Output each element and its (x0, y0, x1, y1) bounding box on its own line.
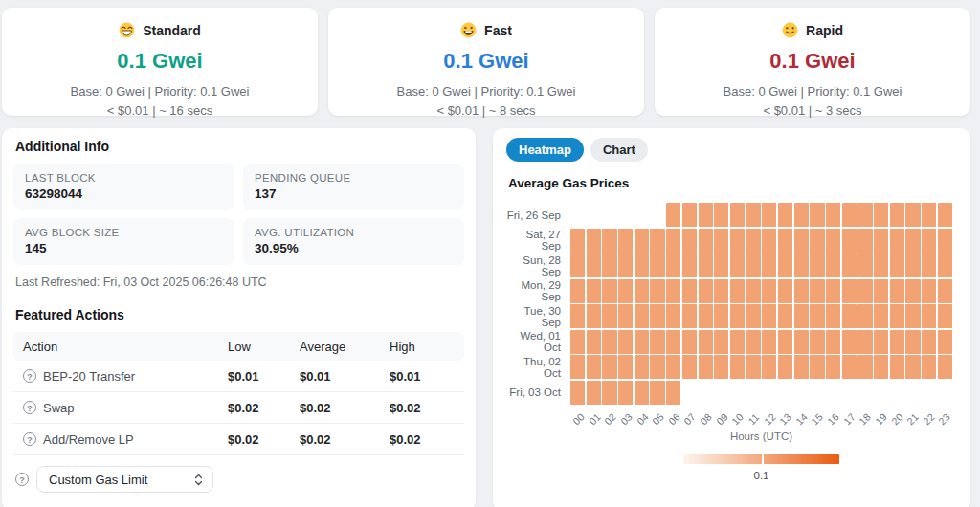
heatmap-cell (602, 279, 616, 303)
heatmap-cell (699, 304, 713, 328)
gas-card-title: Fast (484, 23, 512, 38)
heatmap-cell (826, 279, 840, 303)
heatmap-cell (905, 330, 920, 354)
help-icon[interactable]: ? (23, 369, 36, 383)
heatmap-row: Fri, 03 Oct (506, 381, 957, 405)
heatmap-cell (666, 304, 680, 328)
heatmap-cell (905, 254, 920, 277)
average-value: $0.02 (300, 401, 390, 415)
tab-chart[interactable]: Chart (590, 138, 648, 162)
featured-actions-heading: Featured Actions (15, 307, 464, 322)
custom-gas-limit-row: ? Custom Gas Limit (15, 466, 464, 493)
heatmap-row: Wed, 01 Oct (506, 330, 957, 354)
heatmap-cell (618, 304, 633, 328)
heatmap-cell (922, 229, 936, 253)
heatmap-cell (794, 254, 809, 277)
gas-price-heatmap: Fri, 26 SepSat, 27 SepSun, 28 SepMon, 29… (506, 203, 957, 405)
heatmap-cell (905, 381, 920, 405)
heatmap-cell (794, 304, 809, 328)
heatmap-cell (699, 330, 713, 354)
heatmap-cell (858, 355, 872, 379)
heatmap-cell (618, 330, 633, 354)
view-tabs: Heatmap Chart (506, 138, 957, 162)
info-box: AVG. UTILIZATION30.95% (243, 218, 464, 265)
heatmap-cells (570, 304, 952, 328)
featured-action-row: ?Swap$0.02$0.02$0.02 (13, 392, 464, 424)
heatmap-cell (699, 229, 713, 253)
column-header-low: Low (228, 340, 300, 354)
additional-info-heading: Additional Info (15, 139, 464, 154)
heatmap-cell (762, 304, 776, 328)
heatmap-cell (618, 229, 633, 253)
tab-heatmap[interactable]: Heatmap (506, 138, 584, 162)
heatmap-cell (730, 355, 745, 379)
heatmap-cell (938, 254, 952, 277)
help-icon[interactable]: ? (23, 432, 36, 446)
gas-heatmap-panel: Heatmap Chart Average Gas Prices Fri, 26… (493, 128, 970, 507)
heatmap-cell (874, 381, 888, 405)
heatmap-cell (746, 254, 761, 277)
heatmap-cell (858, 279, 872, 303)
heatmap-cell (858, 330, 872, 354)
heatmap-cell (874, 203, 888, 227)
heatmap-cell (794, 330, 809, 354)
low-value: $0.01 (228, 369, 300, 384)
heatmap-cell (746, 330, 761, 354)
heatmap-cell (635, 203, 649, 227)
heatmap-cell (842, 203, 857, 227)
heatmap-cell (762, 254, 776, 277)
help-icon[interactable]: ? (15, 473, 29, 486)
heatmap-cell (826, 203, 840, 227)
beaming-face-emoji-icon (119, 22, 135, 38)
heatmap-cell (602, 304, 616, 328)
heatmap-cell (635, 381, 649, 405)
heatmap-cell (890, 229, 904, 253)
heatmap-cell (650, 279, 664, 303)
heatmap-cell (714, 279, 728, 303)
gas-card-rapid: Rapid 0.1 Gwei Base: 0 Gwei | Priority: … (655, 8, 970, 116)
heatmap-hour-label: 23 (931, 406, 957, 431)
column-header-action: Action (23, 340, 228, 354)
heatmap-cell (682, 229, 697, 253)
heatmap-cell (570, 229, 585, 253)
heatmap-cell (778, 254, 792, 277)
heatmap-cell (842, 381, 857, 405)
heatmap-cells (570, 229, 952, 253)
heatmap-cell (938, 304, 952, 328)
heatmap-cell (666, 381, 680, 405)
heatmap-cell (650, 203, 664, 227)
featured-action-row: ?BEP-20 Transfer$0.01$0.01$0.01 (13, 361, 464, 392)
heatmap-cell (699, 279, 713, 303)
heatmap-cell (602, 355, 616, 379)
heatmap-cell (826, 330, 840, 354)
heatmap-cell (826, 254, 840, 277)
high-value: $0.02 (390, 432, 464, 447)
low-value: $0.02 (228, 401, 300, 415)
info-grid: LAST BLOCK63298044PENDING QUEUE137AVG BL… (13, 164, 464, 265)
heatmap-cell (587, 203, 601, 227)
heatmap-cell (666, 330, 680, 354)
gas-card-title: Rapid (806, 23, 843, 38)
info-value: 63298044 (25, 187, 223, 201)
featured-action-row: ?Add/Remove LP$0.02$0.02$0.02 (13, 424, 464, 455)
heatmap-cell (714, 203, 728, 227)
gas-cost-time: < $0.01 | ~ 3 secs (655, 101, 970, 121)
heatmap-cell (922, 355, 936, 379)
heatmap-cell (746, 279, 761, 303)
info-label: PENDING QUEUE (255, 172, 453, 184)
heatmap-cell (714, 229, 728, 253)
heatmap-cell (650, 304, 664, 328)
heatmap-cell (778, 304, 792, 328)
custom-gas-limit-select[interactable]: Custom Gas Limit (36, 466, 213, 493)
heatmap-cell (842, 229, 857, 253)
heatmap-cell (699, 203, 713, 227)
heatmap-cell (730, 229, 745, 253)
help-icon[interactable]: ? (23, 401, 36, 414)
heatmap-cell (635, 229, 649, 253)
heatmap-cell (810, 381, 824, 405)
heatmap-legend: 0.1 (570, 454, 952, 481)
heatmap-cell (730, 304, 745, 328)
gas-cards-row: Standard 0.1 Gwei Base: 0 Gwei | Priorit… (0, 0, 980, 116)
heatmap-cell (730, 254, 745, 277)
heatmap-cell (890, 330, 904, 354)
